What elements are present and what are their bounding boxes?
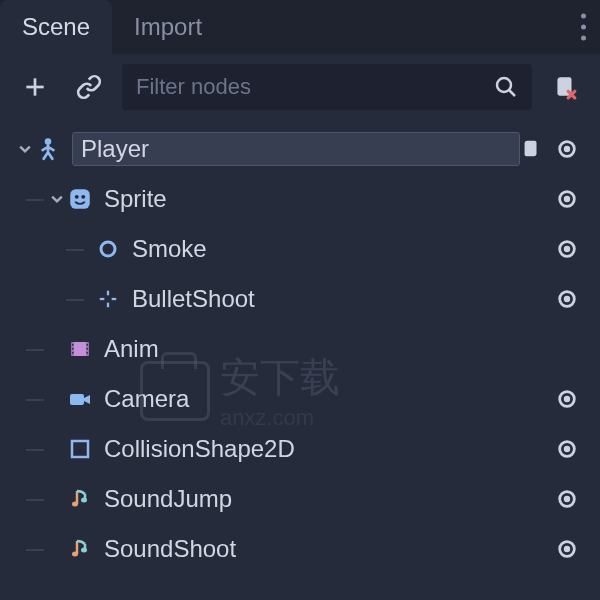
- scene-tree: Player: [0, 120, 600, 600]
- svg-rect-30: [70, 394, 84, 405]
- node-label: SoundShoot: [104, 535, 556, 563]
- tree-node-smoke[interactable]: Smoke: [12, 224, 588, 274]
- node-label: CollisionShape2D: [104, 435, 556, 463]
- tree-node-camera[interactable]: Camera: [12, 374, 588, 424]
- position2d-icon: [94, 285, 122, 313]
- kebab-menu-icon[interactable]: [581, 14, 586, 41]
- expand-arrow-icon[interactable]: [48, 193, 66, 205]
- search-icon[interactable]: [494, 75, 518, 99]
- tab-import[interactable]: Import: [112, 0, 224, 54]
- visibility-icon[interactable]: [556, 138, 578, 160]
- node-label: SoundJump: [104, 485, 556, 513]
- tree-node-anim[interactable]: Anim: [12, 324, 588, 374]
- node-label: BulletShoot: [132, 285, 556, 313]
- svg-rect-7: [70, 189, 90, 209]
- collision-shape-icon: [66, 435, 94, 463]
- svg-rect-27: [87, 344, 89, 346]
- tree-node-collisionshape2d[interactable]: CollisionShape2D: [12, 424, 588, 474]
- svg-point-40: [72, 552, 78, 557]
- svg-rect-33: [72, 441, 88, 457]
- svg-point-11: [565, 197, 569, 201]
- sprite-icon: [66, 185, 94, 213]
- tree-node-soundshoot[interactable]: SoundShoot: [12, 524, 588, 574]
- svg-rect-26: [72, 352, 74, 354]
- filter-input[interactable]: [136, 74, 494, 100]
- svg-point-32: [565, 397, 569, 401]
- tab-bar: Scene Import: [0, 0, 600, 54]
- svg-point-12: [101, 242, 115, 256]
- svg-point-36: [72, 502, 78, 507]
- add-node-button[interactable]: [14, 66, 56, 108]
- link-button[interactable]: [68, 66, 110, 108]
- tree-node-bulletshoot[interactable]: BulletShoot: [12, 274, 588, 324]
- tab-scene[interactable]: Scene: [0, 0, 112, 54]
- svg-point-6: [565, 147, 569, 151]
- tree-node-sprite[interactable]: Sprite: [12, 174, 588, 224]
- svg-point-39: [565, 497, 569, 501]
- node-label: Smoke: [132, 235, 556, 263]
- svg-point-8: [75, 195, 79, 199]
- tree-node-soundjump[interactable]: SoundJump: [12, 474, 588, 524]
- visibility-icon[interactable]: [556, 238, 578, 260]
- audio-stream-icon: [66, 485, 94, 513]
- svg-point-9: [81, 195, 85, 199]
- expand-arrow-icon[interactable]: [16, 143, 34, 155]
- svg-point-43: [565, 547, 569, 551]
- filter-nodes-field[interactable]: [122, 64, 532, 110]
- script-icon[interactable]: [520, 138, 542, 160]
- toolbar: [0, 54, 600, 120]
- svg-point-35: [565, 447, 569, 451]
- kinematic-body-icon: [34, 135, 62, 163]
- visibility-icon[interactable]: [556, 438, 578, 460]
- visibility-icon[interactable]: [556, 188, 578, 210]
- visibility-icon[interactable]: [556, 538, 578, 560]
- visibility-icon[interactable]: [556, 288, 578, 310]
- scene-panel: Scene Import: [0, 0, 600, 600]
- particles-icon: [94, 235, 122, 263]
- svg-point-20: [565, 297, 569, 301]
- svg-point-2: [497, 78, 511, 92]
- svg-rect-29: [87, 352, 89, 354]
- visibility-icon[interactable]: [556, 488, 578, 510]
- node-label: Anim: [104, 335, 584, 363]
- svg-rect-24: [72, 344, 74, 346]
- svg-line-3: [509, 90, 515, 96]
- svg-point-14: [565, 247, 569, 251]
- node-label: Sprite: [104, 185, 556, 213]
- svg-rect-28: [87, 348, 89, 350]
- node-label: Camera: [104, 385, 556, 413]
- camera-icon: [66, 385, 94, 413]
- node-label: Player: [81, 135, 149, 162]
- script-remove-button[interactable]: [544, 66, 586, 108]
- audio-stream-icon: [66, 535, 94, 563]
- tree-node-player[interactable]: Player: [12, 124, 588, 174]
- svg-rect-25: [72, 348, 74, 350]
- animation-player-icon: [66, 335, 94, 363]
- visibility-icon[interactable]: [556, 388, 578, 410]
